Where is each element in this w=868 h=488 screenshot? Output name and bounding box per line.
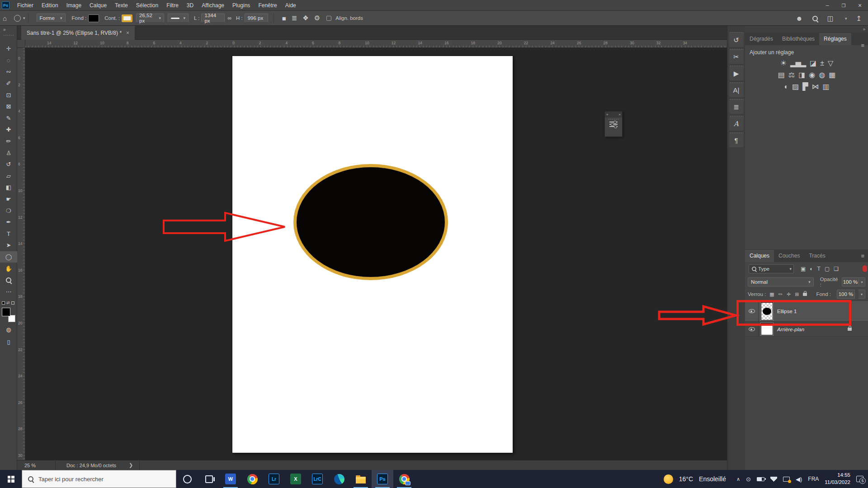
stroke-width-select[interactable]: 26,52 px ▾	[136, 14, 164, 23]
shape-mode-select[interactable]: Forme ▾	[37, 14, 66, 23]
path-arrangement-icon[interactable]: ❖	[300, 14, 311, 22]
start-button[interactable]	[0, 470, 22, 488]
adjustment-icon[interactable]: ◨	[798, 71, 805, 79]
tool-preset-chevron-icon[interactable]: ▾	[23, 16, 25, 20]
panel-tab[interactable]: Réglages	[819, 33, 851, 45]
document-tab[interactable]: Sans titre-1 @ 25% (Ellipse 1, RVB/8) * …	[21, 26, 135, 40]
tool-button[interactable]: ✎	[0, 113, 17, 124]
tool-button[interactable]: ✋	[0, 263, 17, 274]
layer-filter-icon[interactable]: T	[817, 266, 821, 272]
menu-item[interactable]: Fichier	[13, 0, 38, 11]
restore-button[interactable]: ❐	[835, 0, 852, 11]
tool-button[interactable]: T	[0, 228, 17, 240]
menu-item[interactable]: 3D	[183, 0, 198, 11]
chevron-down-icon[interactable]: ▾	[845, 16, 847, 21]
quick-mask-button[interactable]: ◍	[0, 326, 17, 333]
path-operations-icon[interactable]: ■	[279, 14, 289, 22]
show-hidden-icons-chevron[interactable]: ∧	[736, 476, 740, 482]
status-chevron-icon[interactable]: ❯	[123, 462, 139, 468]
panel-menu-icon[interactable]: ≡	[861, 253, 864, 259]
shape-settings-gear-icon[interactable]: ⚙	[311, 14, 323, 22]
battery-icon[interactable]	[757, 477, 764, 481]
taskbar-app-button[interactable]	[350, 470, 372, 488]
menu-item[interactable]: Sélection	[132, 0, 162, 11]
layer-filter-icon[interactable]: ▢	[825, 266, 830, 272]
home-icon[interactable]: ⌂	[0, 14, 9, 22]
tool-button[interactable]: ✛	[0, 43, 17, 55]
taskbar-app-button[interactable]	[198, 470, 220, 488]
adjustment-icon[interactable]: ▂▅▂	[790, 60, 806, 67]
clock[interactable]: 14:55 11/03/2022	[825, 472, 850, 486]
dock-panel-button[interactable]: ✂	[729, 49, 744, 64]
close-button[interactable]: ×	[852, 0, 868, 11]
adjustment-icon[interactable]: ◐	[784, 83, 788, 90]
panel-grip[interactable]	[609, 119, 618, 120]
panel-tab[interactable]: Dégradés	[745, 33, 778, 45]
taskbar-app-button[interactable]: W	[220, 470, 241, 488]
lock-option-icon[interactable]: ✛	[787, 291, 791, 297]
fill-color-swatch[interactable]	[88, 14, 99, 22]
taskbar-app-button[interactable]: Lr	[263, 470, 285, 488]
adjustment-icon[interactable]: ▽	[828, 60, 833, 67]
temperature[interactable]: 16°C	[679, 475, 693, 483]
menu-item[interactable]: Aide	[281, 0, 300, 11]
opacity-chevron-icon[interactable]: ▾	[859, 277, 865, 286]
adjustment-icon[interactable]: ▥	[822, 83, 829, 90]
taskbar-app-button[interactable]: X	[285, 470, 307, 488]
adjustment-icon[interactable]: ⋈	[811, 83, 818, 90]
tool-button[interactable]: ☛	[0, 193, 17, 205]
top-ruler[interactable]: 1412108642024681012141618202224262830323…	[25, 40, 727, 48]
tool-button[interactable]: ♙	[0, 147, 17, 159]
tool-button[interactable]: ↺	[0, 159, 17, 170]
menu-item[interactable]: Affichage	[198, 0, 228, 11]
panel-group-collapse-icon[interactable]: »	[863, 27, 865, 32]
tool-button[interactable]: ➤	[0, 239, 17, 251]
menu-item[interactable]: Image	[62, 0, 85, 11]
dock-panel-button[interactable]: A	[729, 116, 744, 131]
adjustment-icon[interactable]: ◍	[819, 71, 825, 79]
weather-condition[interactable]: Ensoleillé	[699, 475, 726, 483]
adjustment-icon[interactable]: ±	[820, 60, 824, 67]
canvas-area[interactable]: » ×	[25, 48, 727, 460]
tool-button[interactable]: ✒	[0, 216, 17, 228]
menu-item[interactable]: Filtre	[162, 0, 183, 11]
tool-button[interactable]: ⋯	[0, 286, 17, 297]
stroke-color-swatch[interactable]	[122, 14, 132, 22]
tool-button[interactable]: ▱	[0, 170, 17, 182]
lock-option-icon[interactable]: ✏	[778, 291, 783, 297]
taskbar-app-button[interactable]	[176, 470, 198, 488]
fill-chevron-icon[interactable]: ▾	[859, 290, 865, 299]
panel-close-icon[interactable]: ×	[618, 113, 621, 117]
link-dimensions-icon[interactable]: ∞	[225, 15, 234, 21]
tray-app-icon[interactable]: ⊙	[746, 476, 751, 483]
taskbar-app-button[interactable]: Ps	[372, 470, 393, 488]
toolbar-grip[interactable]	[4, 35, 14, 36]
panel-tab[interactable]: Tracés	[804, 250, 830, 262]
filter-toggle-switch[interactable]	[863, 265, 867, 272]
menu-item[interactable]: Plugins	[228, 0, 254, 11]
wifi-icon[interactable]	[770, 477, 777, 482]
menu-item[interactable]: Calque	[85, 0, 111, 11]
path-alignment-icon[interactable]: ≣	[289, 14, 300, 22]
account-icon[interactable]: ☻	[793, 14, 806, 22]
properties-sliders-icon[interactable]	[609, 122, 618, 127]
blend-mode-select[interactable]: Normal ▾	[748, 277, 814, 286]
notification-center-icon[interactable]: 5	[856, 476, 863, 482]
lock-option-icon[interactable]: ▦	[769, 291, 774, 297]
default-swap-colors[interactable]: ⇄	[2, 300, 14, 305]
panel-tab[interactable]: Couches	[774, 250, 804, 262]
opacity-input[interactable]: 100 %	[842, 277, 859, 286]
share-icon[interactable]: ↥	[853, 14, 864, 23]
layer-filter-icon[interactable]: ❏	[834, 266, 839, 272]
panel-tab[interactable]: Bibliothèques	[778, 33, 819, 45]
dock-panel-button[interactable]: ¶	[729, 132, 744, 147]
tool-button[interactable]: ◌	[0, 55, 17, 66]
left-ruler[interactable]: 024681012141618202224262830	[17, 48, 25, 460]
stroke-type-select[interactable]: ▾	[168, 14, 189, 23]
dock-panel-button[interactable]: ≣	[729, 99, 744, 114]
align-edges-checkbox[interactable]	[326, 16, 331, 21]
menu-item[interactable]: Fenêtre	[254, 0, 281, 11]
menu-item[interactable]: Texte	[111, 0, 132, 11]
search-icon[interactable]	[812, 15, 818, 22]
layer-filter-select[interactable]: Type ▾	[749, 264, 794, 273]
